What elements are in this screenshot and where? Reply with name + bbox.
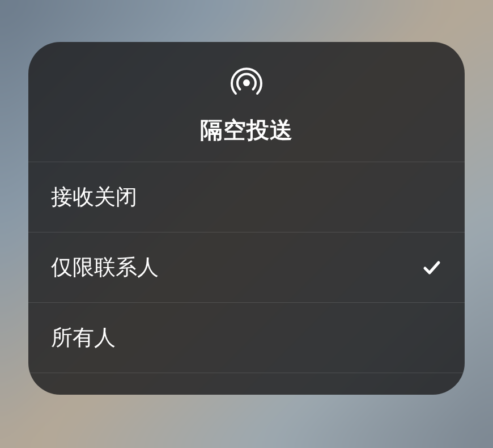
option-receiving-off[interactable]: 接收关闭 [28, 162, 465, 233]
option-everyone[interactable]: 所有人 [28, 303, 465, 373]
panel-header: 隔空投送 [28, 42, 465, 162]
option-label: 接收关闭 [51, 183, 137, 212]
bottom-spacer [28, 373, 465, 395]
panel-title: 隔空投送 [200, 115, 293, 146]
checkmark-icon [422, 257, 442, 278]
svg-point-0 [243, 79, 250, 86]
airdrop-icon [228, 65, 265, 101]
option-label: 仅限联系人 [51, 253, 159, 282]
option-contacts-only[interactable]: 仅限联系人 [28, 233, 465, 303]
airdrop-settings-panel: 隔空投送 接收关闭 仅限联系人 所有人 [28, 42, 465, 395]
option-list: 接收关闭 仅限联系人 所有人 [28, 162, 465, 373]
option-label: 所有人 [51, 323, 116, 352]
